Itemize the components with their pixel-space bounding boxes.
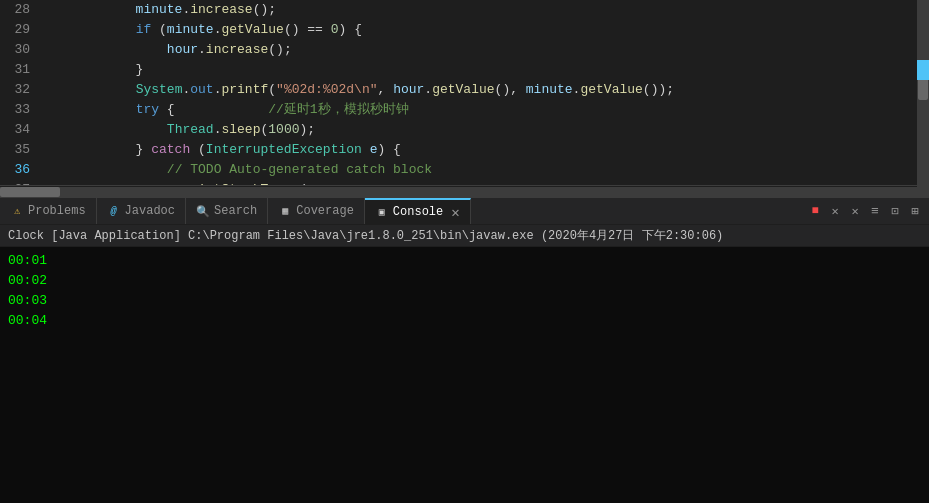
code-token: ); [300, 122, 316, 137]
tab-coverage-label: Coverage [296, 204, 354, 218]
code-token: (), [495, 82, 526, 97]
code-line-32: System.out.printf("%02d:%02d\n", hour.ge… [42, 80, 913, 100]
view-menu-button[interactable]: ⊞ [907, 203, 923, 219]
code-token: InterruptedException [206, 142, 362, 157]
code-token [323, 22, 331, 37]
tab-coverage[interactable]: ▦ Coverage [268, 198, 365, 224]
code-token: ( [268, 82, 276, 97]
tab-problems-label: Problems [28, 204, 86, 218]
tab-actions: ■ ✕ ✕ ≡ ⊡ ⊞ [801, 198, 929, 224]
code-token: catch [151, 142, 190, 157]
scrollbar-track-h[interactable] [0, 187, 917, 197]
tab-problems[interactable]: ⚠ Problems [0, 198, 97, 224]
code-line-29: if (minute.getValue() == 0) { [42, 20, 913, 40]
code-token [42, 82, 136, 97]
code-token: minute [526, 82, 573, 97]
console-line-1: 00:01 [8, 251, 921, 271]
tab-console[interactable]: ▣ Console ✕ [365, 198, 471, 224]
code-token [42, 182, 167, 185]
code-token [42, 22, 136, 37]
console-line-2: 00:02 [8, 271, 921, 291]
code-token: printStackTrace [182, 182, 299, 185]
scrollbar-thumb-h[interactable] [0, 187, 60, 197]
tab-javadoc[interactable]: @ Javadoc [97, 198, 186, 224]
code-token: minute [167, 22, 214, 37]
line-num-30: 30 [4, 40, 30, 60]
stop-button[interactable]: ■ [807, 203, 823, 219]
code-token: ( [190, 142, 206, 157]
code-token [42, 162, 167, 177]
line-num-31: 31 [4, 60, 30, 80]
code-token: , [378, 82, 394, 97]
tab-javadoc-label: Javadoc [125, 204, 175, 218]
code-line-35: } catch (InterruptedException e) { [42, 140, 913, 160]
tab-search[interactable]: 🔍 Search [186, 198, 268, 224]
line-num-33: 33 [4, 100, 30, 120]
tab-console-close[interactable]: ✕ [451, 204, 459, 221]
code-token: try [136, 102, 159, 117]
code-token: . [424, 82, 432, 97]
code-token: // TODO Auto-generated catch block [167, 162, 432, 177]
remove-launch-button[interactable]: ✕ [827, 203, 843, 219]
code-token: getValue [221, 22, 283, 37]
code-line-36: // TODO Auto-generated catch block [42, 160, 913, 180]
code-token: ) { [339, 22, 362, 37]
code-token [362, 142, 370, 157]
code-token: (); [268, 42, 291, 57]
code-token: e [370, 142, 378, 157]
code-token: //延时1秒，模拟秒时钟 [268, 102, 408, 117]
tab-console-label: Console [393, 205, 443, 219]
code-token: == [307, 22, 323, 37]
console-output: 00:01 00:02 00:03 00:04 [0, 247, 929, 503]
code-token [42, 122, 167, 137]
console-line-4: 00:04 [8, 311, 921, 331]
line-num-34: 34 [4, 120, 30, 140]
code-token: out [190, 82, 213, 97]
line-num-37: 37 [4, 180, 30, 185]
code-token: ()); [643, 82, 674, 97]
code-token: increase [206, 42, 268, 57]
horizontal-scrollbar[interactable] [0, 185, 929, 197]
code-token [42, 42, 167, 57]
code-token: System [136, 82, 183, 97]
code-token: ( [299, 182, 307, 185]
line-num-28: 28 [4, 0, 30, 20]
code-hint-marker [917, 60, 929, 80]
tab-search-label: Search [214, 204, 257, 218]
code-line-31: } [42, 60, 913, 80]
code-line-34: Thread.sleep(1000); [42, 120, 913, 140]
code-token: } [42, 142, 151, 157]
coverage-icon: ▦ [278, 204, 292, 218]
line-num-35: 35 [4, 140, 30, 160]
clear-console-button[interactable]: ✕ [847, 203, 863, 219]
scroll-lock-button[interactable]: ≡ [867, 203, 883, 219]
line-num-32: 32 [4, 80, 30, 100]
main-container: 28 29 30 31 32 33 34 35 36 37 minute.inc… [0, 0, 929, 503]
code-token: hour [393, 82, 424, 97]
code-token: e [167, 182, 175, 185]
code-lines: minute.increase(); if (minute.getValue()… [38, 0, 917, 185]
code-line-33: try { //延时1秒，模拟秒时钟 [42, 100, 913, 120]
code-line-28: minute.increase(); [42, 0, 913, 20]
bottom-panel: ⚠ Problems @ Javadoc 🔍 Search ▦ Coverage… [0, 197, 929, 503]
pin-console-button[interactable]: ⊡ [887, 203, 903, 219]
code-token: printf [221, 82, 268, 97]
code-token: } [42, 62, 143, 77]
code-token: minute [42, 2, 182, 17]
code-line-30: hour.increase(); [42, 40, 913, 60]
console-status-line: Clock [Java Application] C:\Program File… [0, 225, 929, 247]
code-token: getValue [580, 82, 642, 97]
javadoc-icon: @ [107, 204, 121, 218]
line-num-29: 29 [4, 20, 30, 40]
vertical-scrollbar[interactable] [917, 0, 929, 185]
code-token: ) { [378, 142, 401, 157]
problems-icon: ⚠ [10, 204, 24, 218]
line-num-36: 36 [4, 160, 30, 180]
code-token: "%02d:%02d\n" [276, 82, 377, 97]
line-numbers: 28 29 30 31 32 33 34 35 36 37 [0, 0, 38, 185]
code-token: hour [167, 42, 198, 57]
tab-bar: ⚠ Problems @ Javadoc 🔍 Search ▦ Coverage… [0, 197, 929, 225]
code-token: () [284, 22, 307, 37]
code-token: if [136, 22, 152, 37]
code-token: Thread [167, 122, 214, 137]
